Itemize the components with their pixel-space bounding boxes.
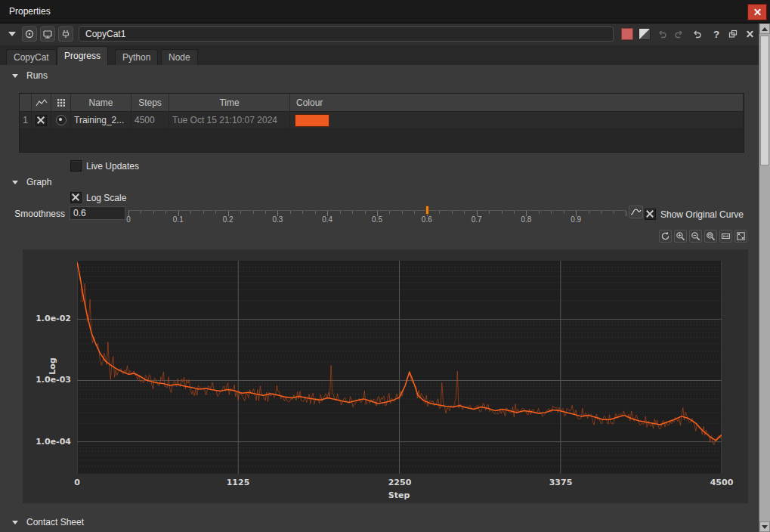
slider-tick-label: 0.4 (322, 215, 332, 224)
scroll-down-button[interactable] (759, 521, 770, 532)
help-button[interactable]: ? (709, 26, 724, 42)
float-window-icon (728, 29, 738, 39)
monitor-button[interactable] (40, 26, 55, 42)
zoom-fit-icon (736, 231, 746, 241)
curve-editor-button[interactable] (629, 206, 643, 218)
slider-tick (389, 211, 390, 214)
slider-tick (464, 211, 465, 214)
zoom-region-button[interactable] (704, 230, 717, 243)
show-original-row: Show Original Curve (645, 209, 744, 220)
x-axis-tick-label: 4500 (710, 478, 734, 487)
undo-icon (657, 29, 667, 39)
scroll-up-icon (762, 27, 768, 31)
run-selected-cell (51, 112, 71, 128)
chart-plot-area[interactable] (77, 261, 722, 474)
zoom-region-icon (706, 231, 716, 241)
slider-tick (439, 211, 440, 214)
x-axis-tick-label: 3375 (549, 478, 573, 487)
zoom-fit-horizontal-button[interactable] (719, 230, 732, 243)
selected-column-header[interactable] (51, 94, 71, 111)
slider-tick (141, 211, 141, 214)
slider-tick-label: 0.6 (422, 215, 432, 224)
live-updates-checkbox[interactable] (70, 160, 82, 172)
tab-bar: CopyCat Progress Python Node (0, 45, 759, 65)
chevron-down-icon (8, 32, 16, 36)
gl-colour-button[interactable] (637, 26, 652, 42)
slider-tick (614, 211, 614, 214)
slider-tick-label: 0.1 (173, 215, 184, 224)
float-panel-button[interactable] (725, 26, 741, 42)
run-time-cell: Tue Oct 15 21:10:07 2024 (169, 112, 290, 128)
reset-zoom-button[interactable] (659, 230, 672, 243)
slider-tick (190, 211, 191, 214)
redo-button[interactable] (672, 26, 687, 42)
loss-curve-plot[interactable] (77, 261, 722, 474)
steps-column-header[interactable]: Steps (131, 94, 169, 111)
colour-column-header[interactable]: Colour (290, 94, 744, 111)
slider-tick (203, 211, 204, 214)
run-enabled-checkbox[interactable] (36, 115, 47, 126)
runs-collapse-triangle-icon[interactable] (12, 74, 18, 78)
run-colour-swatch[interactable] (295, 114, 329, 127)
slider-tick (502, 211, 503, 214)
run-selected-radio[interactable] (56, 115, 66, 125)
revert-button[interactable] (689, 26, 704, 42)
smoothness-label: Smoothness (0, 209, 65, 219)
help-icon: ? (713, 29, 719, 40)
titlebar[interactable]: Properties (0, 0, 770, 23)
slider-tick (564, 211, 564, 214)
row-number-header (20, 94, 32, 111)
vertical-scrollbar[interactable] (759, 23, 770, 532)
tab-progress[interactable]: Progress (57, 46, 108, 65)
zoom-in-button[interactable] (674, 230, 687, 243)
scrollbar-thumb[interactable] (760, 36, 769, 165)
tab-python[interactable]: Python (115, 49, 158, 65)
slider-tick (215, 211, 216, 214)
slider-tick (153, 211, 154, 214)
slider-tick (414, 211, 415, 214)
time-column-header[interactable]: Time (169, 94, 290, 111)
colour-swatch-icon (621, 28, 633, 40)
slider-tick (589, 211, 589, 214)
show-original-checkbox[interactable] (645, 209, 656, 220)
smoothness-slider-handle[interactable] (425, 206, 429, 215)
slider-tick (489, 211, 490, 214)
runs-section-header: Runs (12, 70, 48, 81)
smoothness-slider[interactable]: 00.10.20.30.40.50.60.70.80.9 (128, 204, 626, 227)
slider-tick (551, 211, 552, 214)
undo-button[interactable] (654, 26, 669, 42)
graph-collapse-triangle-icon[interactable] (12, 181, 18, 184)
y-axis-tick-label: 1.0e-02 (23, 314, 71, 323)
show-original-label: Show Original Curve (660, 209, 744, 220)
enabled-column-header[interactable] (32, 94, 51, 111)
node-menu-button[interactable] (5, 26, 20, 42)
run-name-cell[interactable]: Training_2... (71, 112, 131, 128)
live-updates-row: Live Updates (70, 160, 139, 172)
window-close-button[interactable] (747, 4, 767, 20)
center-node-button[interactable] (22, 26, 37, 42)
scroll-up-button[interactable] (759, 23, 770, 34)
zoom-fit-button[interactable] (734, 230, 747, 243)
graph-section-header: Graph (12, 177, 51, 187)
plug-button[interactable] (58, 26, 73, 42)
name-column-header[interactable]: Name (71, 94, 131, 111)
nuke-properties-window: { "window": { "title": "Properties" }, "… (0, 0, 770, 532)
log-scale-row: Log Scale (70, 192, 126, 203)
contact-sheet-collapse-triangle-icon[interactable] (12, 521, 18, 524)
slider-tick (340, 211, 341, 214)
close-panel-icon (747, 31, 753, 38)
colour-group-button[interactable] (620, 26, 635, 42)
tab-copycat[interactable]: CopyCat (6, 49, 57, 65)
table-row[interactable]: 1 Training_2... 4500 Tue Oct 15 21:10:07… (20, 112, 744, 129)
node-name-input[interactable] (79, 26, 614, 42)
run-colour-cell (290, 112, 744, 128)
progress-panel: Runs Name Steps Time (0, 65, 759, 532)
zoom-out-button[interactable] (689, 230, 702, 243)
tab-node[interactable]: Node (161, 49, 198, 65)
row-number: 1 (20, 112, 32, 128)
close-panel-button[interactable] (742, 26, 757, 42)
slider-tick (253, 211, 254, 214)
log-scale-label: Log Scale (86, 193, 126, 203)
log-scale-checkbox[interactable] (70, 192, 82, 203)
smoothness-input[interactable] (70, 206, 125, 220)
